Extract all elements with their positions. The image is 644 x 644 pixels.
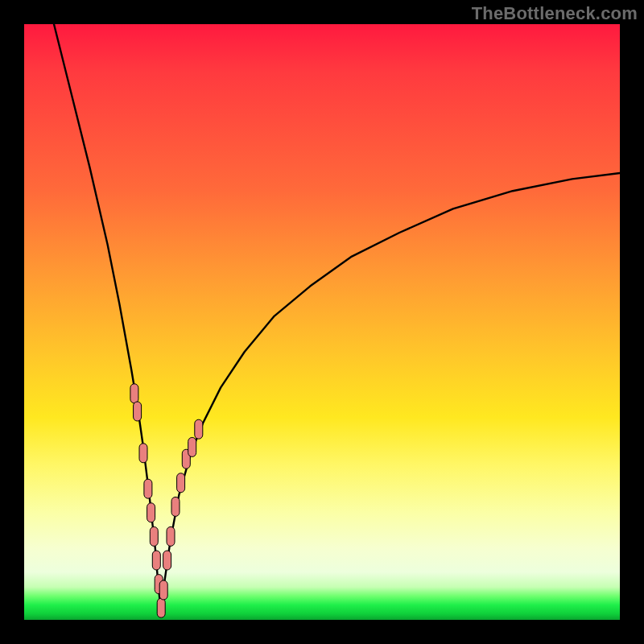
curve-marker	[144, 479, 152, 498]
curve-marker	[163, 551, 171, 570]
curve-marker	[195, 419, 203, 439]
bottleneck-curve	[54, 24, 620, 614]
curve-marker	[167, 526, 175, 546]
curve-marker	[134, 402, 142, 421]
curve-marker	[152, 551, 160, 570]
watermark-text: TheBottleneck.com	[472, 3, 638, 24]
chart-frame: TheBottleneck.com	[0, 0, 644, 644]
curve-marker	[177, 473, 185, 493]
curve-marker	[157, 598, 165, 617]
curve-marker	[171, 497, 180, 516]
curve-layer	[24, 24, 620, 620]
plot-area	[24, 24, 620, 620]
curve-marker	[188, 437, 196, 456]
curve-marker	[150, 526, 158, 546]
curve-marker	[139, 444, 147, 463]
curve-marker	[130, 384, 138, 403]
curve-marker	[159, 580, 167, 600]
curve-marker	[147, 503, 155, 522]
